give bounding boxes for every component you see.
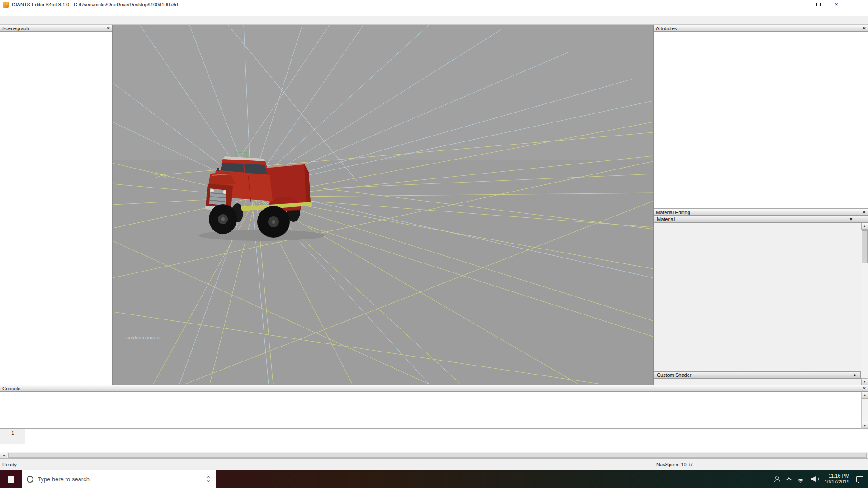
active-camera-label: outdoorcamera bbox=[126, 335, 160, 340]
material-editing-close-icon[interactable]: × bbox=[863, 210, 866, 215]
windows-logo-icon bbox=[8, 476, 14, 483]
status-text: Ready bbox=[2, 462, 17, 467]
console-log bbox=[0, 392, 868, 429]
attributes-panel: Attributes × bbox=[654, 25, 868, 209]
close-icon: × bbox=[835, 2, 838, 7]
scroll-up-icon[interactable]: ▴ bbox=[861, 223, 868, 230]
cortana-icon bbox=[27, 476, 33, 483]
scenegraph-panel: Scenegraph × bbox=[0, 25, 112, 385]
material-scrollbar-thumb[interactable] bbox=[862, 230, 868, 263]
volume-icon[interactable] bbox=[811, 476, 819, 482]
main-area: Scenegraph × bbox=[0, 25, 868, 385]
material-panel-gap bbox=[654, 379, 861, 385]
people-icon[interactable] bbox=[774, 476, 781, 482]
viewport-canvas bbox=[113, 25, 653, 384]
menu-bar bbox=[0, 9, 868, 16]
console-header: Console × bbox=[0, 385, 868, 392]
title-bar: GIANTS Editor 64bit 8.1.0 - C:/Users/nic… bbox=[0, 0, 868, 9]
maximize-button[interactable] bbox=[809, 0, 827, 9]
status-bar: Ready NavSpeed 10 +/- bbox=[0, 459, 868, 470]
window-title: GIANTS Editor 64bit 8.1.0 - C:/Users/nic… bbox=[12, 2, 178, 7]
wifi-icon[interactable] bbox=[797, 476, 805, 482]
console-scroll-down-icon[interactable]: ▾ bbox=[862, 422, 868, 429]
scenegraph-tree bbox=[0, 32, 112, 385]
scenegraph-title: Scenegraph bbox=[2, 26, 29, 31]
material-editing-panel: Material Editing × Material ▼ Custom Sha… bbox=[654, 209, 868, 385]
scenegraph-close-icon[interactable]: × bbox=[107, 26, 110, 31]
material-scrollbar[interactable]: ▴ ▾ bbox=[861, 223, 868, 385]
custom-shader-title: Custom Shader bbox=[657, 372, 691, 378]
material-section-title: Material bbox=[657, 216, 675, 222]
scroll-down-icon[interactable]: ▾ bbox=[861, 378, 868, 385]
console-title: Console bbox=[2, 386, 20, 391]
search-input[interactable] bbox=[38, 476, 203, 483]
giants-editor-window: GIANTS Editor 64bit 8.1.0 - C:/Users/nic… bbox=[0, 0, 868, 488]
system-tray: 11:16 PM 10/17/2019 bbox=[774, 470, 868, 488]
tray-date: 10/17/2019 bbox=[825, 479, 849, 485]
console-scroll-up-icon[interactable]: ▴ bbox=[862, 392, 868, 399]
material-editing-header: Material Editing × bbox=[654, 209, 868, 216]
custom-shader-section-bar[interactable]: Custom Shader ▲ bbox=[654, 371, 861, 379]
hidden-icons-chevron-icon[interactable] bbox=[786, 477, 791, 482]
scroll-left-icon[interactable]: ◂ bbox=[0, 452, 7, 458]
minimize-icon bbox=[798, 5, 802, 5]
navspeed-label: NavSpeed 10 +/- bbox=[656, 462, 694, 467]
console-scrollbar[interactable]: ▴ ▾ bbox=[861, 392, 868, 429]
viewport-3d[interactable]: outdoorcamera bbox=[112, 25, 654, 385]
app-logo-icon bbox=[3, 2, 9, 8]
minimize-button[interactable] bbox=[791, 0, 809, 9]
tray-time: 11:16 PM bbox=[825, 473, 849, 479]
collapse-section-icon[interactable]: ▼ bbox=[849, 217, 853, 221]
start-button[interactable] bbox=[0, 470, 22, 488]
console-hscrollbar[interactable]: ◂ bbox=[0, 452, 868, 459]
maximize-icon bbox=[816, 3, 821, 6]
windows-taskbar: 11:16 PM 10/17/2019 bbox=[0, 470, 868, 488]
hscrollbar-thumb[interactable] bbox=[8, 453, 867, 458]
script-editor[interactable]: 1 bbox=[0, 429, 868, 452]
scenegraph-header: Scenegraph × bbox=[0, 25, 112, 32]
console-close-icon[interactable]: × bbox=[863, 386, 866, 391]
line-number-gutter: 1 bbox=[0, 429, 25, 444]
expand-section-icon[interactable]: ▲ bbox=[853, 373, 857, 377]
attributes-body bbox=[654, 32, 868, 209]
microphone-icon[interactable] bbox=[207, 476, 210, 482]
action-center-icon[interactable] bbox=[856, 476, 863, 482]
attributes-close-icon[interactable]: × bbox=[863, 26, 866, 31]
attributes-title: Attributes bbox=[656, 26, 677, 31]
material-section-bar[interactable]: Material ▼ bbox=[654, 216, 868, 223]
attributes-header: Attributes × bbox=[654, 25, 868, 32]
clock[interactable]: 11:16 PM 10/17/2019 bbox=[825, 473, 849, 485]
taskbar-search[interactable] bbox=[22, 470, 216, 488]
right-panels: Attributes × Material Editing × Material… bbox=[654, 25, 868, 385]
toolbar bbox=[0, 16, 868, 25]
close-button[interactable]: × bbox=[827, 0, 845, 9]
material-editing-title: Material Editing bbox=[656, 210, 690, 215]
console-panel: Console × 1 ◂ ▴ ▾ bbox=[0, 385, 868, 459]
material-fields bbox=[654, 223, 861, 371]
